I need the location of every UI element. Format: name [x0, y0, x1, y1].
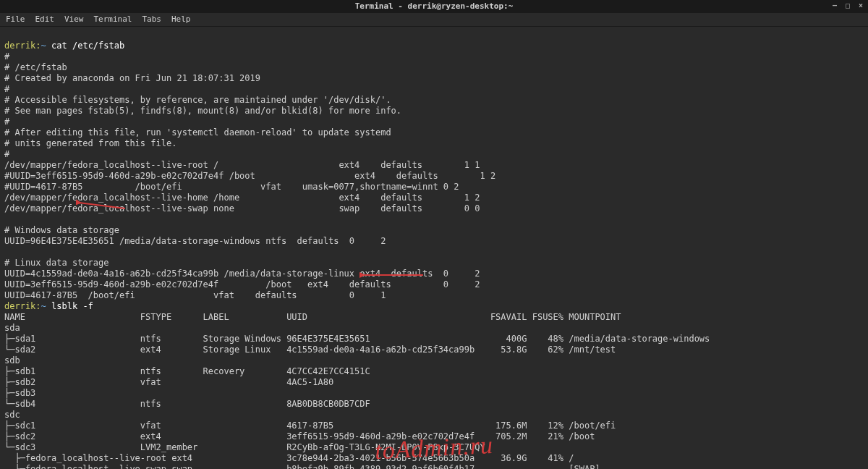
fstab-line: # Created by anaconda on Fri Jun 21 18:0… [4, 73, 260, 83]
lsblk-row: ├─sda1 ntfs Storage Windows 96E4E375E4E3… [4, 334, 710, 344]
lsblk-row: sda [4, 323, 20, 333]
fstab-line: UUID=96E4E375E4E35651 /media/data-storag… [4, 236, 386, 246]
fstab-line: # [4, 117, 9, 127]
prompt-host: derrik [4, 301, 35, 311]
lsblk-row: sdc [4, 410, 20, 420]
fstab-line: # Windows data storage [4, 225, 119, 235]
fstab-line: # Linux data storage [4, 258, 109, 268]
fstab-line: # [4, 84, 9, 94]
lsblk-row: ├─sdb2 vfat 4AC5-1A80 [4, 377, 333, 387]
lsblk-row: sdb [4, 355, 20, 366]
command-2: lsblk -f [51, 301, 93, 311]
fstab-line: # Accessible filesystems, by reference, … [4, 95, 391, 105]
watermark: toAdmin.ru [374, 429, 494, 466]
fstab-line: # [4, 149, 9, 159]
window-title: Terminal - derrik@ryzen-desktop:~ [355, 1, 514, 12]
fstab-line: #UUID=4617-87B5 /boot/efi vfat umask=007… [4, 182, 459, 192]
command-1: cat /etc/fstab [51, 41, 124, 51]
fstab-line: UUID=4c1559ad-de0a-4a16-a62b-cd25f34ca99… [4, 269, 480, 279]
prompt-host: derrik [4, 41, 35, 51]
fstab-line: #UUID=3eff6515-95d9-460d-a29b-e02c702d7e… [4, 171, 495, 181]
fstab-line: # units generated from this file. [4, 138, 176, 148]
menu-view[interactable]: View [64, 14, 84, 25]
prompt-path: ~ [41, 41, 46, 51]
lsblk-row: ├─sdc1 vfat 4617-87B5 175.6M 12% /boot/e… [4, 421, 616, 431]
menu-file[interactable]: File [6, 14, 25, 25]
window-titlebar: Terminal - derrik@ryzen-desktop:~ – □ × [0, 0, 868, 13]
lsblk-row: ├─sdb1 ntfs Recovery 4C7CC42E7CC4151C [4, 366, 370, 376]
menu-help[interactable]: Help [171, 14, 191, 25]
menu-tabs[interactable]: Tabs [142, 14, 161, 25]
maximize-button[interactable]: □ [843, 1, 852, 10]
lsblk-row: ├─sdc2 ext4 3eff6515-95d9-460d-a29b-e02c… [4, 431, 595, 441]
fstab-line: # See man pages fstab(5), findfs(8), mou… [4, 106, 401, 116]
fstab-line: # [4, 51, 9, 62]
fstab-line: /dev/mapper/fedora_localhost--live-swap … [4, 203, 480, 214]
fstab-line: # /etc/fstab [4, 62, 67, 72]
prompt-path: ~ [41, 301, 46, 311]
minimize-button[interactable]: – [830, 1, 839, 10]
menu-bar: File Edit View Terminal Tabs Help [0, 13, 868, 27]
prompt-sep: : [35, 41, 41, 51]
lsblk-row: ├─sdb3 [4, 388, 35, 398]
menu-edit[interactable]: Edit [35, 14, 55, 25]
lsblk-row: ├─fedora_localhost--live-swap swap b8bef… [4, 464, 600, 469]
fstab-line: UUID=4617-87B5 /boot/efi vfat defaults 0… [4, 290, 386, 300]
fstab-line: UUID=3eff6515-95d9-460d-a29b-e02c702d7e4… [4, 279, 480, 290]
menu-terminal[interactable]: Terminal [94, 14, 132, 25]
lsblk-row: └─sdb4 ntfs 8AB0DB8CB0DB7CDF [4, 399, 370, 409]
terminal-output[interactable]: derrik:~ cat /etc/fstab # # /etc/fstab #… [0, 27, 868, 469]
fstab-line: /dev/mapper/fedora_localhost--live-home … [4, 193, 480, 203]
lsblk-row: └─sda2 ext4 Storage Linux 4c1559ad-de0a-… [4, 345, 616, 355]
fstab-line: # After editing this file, run 'systemct… [4, 127, 391, 138]
prompt-sep: : [35, 301, 41, 311]
lsblk-header: NAME FSTYPE LABEL UUID FSAVAIL FSUSE% MO… [4, 312, 621, 322]
fstab-line: /dev/mapper/fedora_localhost--live-root … [4, 160, 480, 170]
close-button[interactable]: × [856, 1, 865, 10]
